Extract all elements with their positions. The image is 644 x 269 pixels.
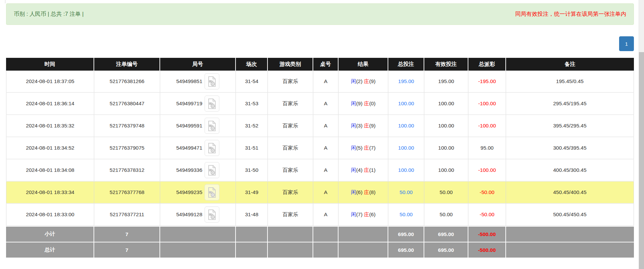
cell-payout: -100.00 <box>468 93 506 115</box>
cell-bet-id: 521776377768 <box>94 182 160 204</box>
result-banker-label: 庄 <box>364 167 369 173</box>
table-row: 2024-08-01 18:34:08 521776378312 5494993… <box>6 159 634 182</box>
result-player-label: 闲 <box>351 189 356 195</box>
cell-valid-bet: 195.00 <box>424 71 468 93</box>
round-number: 549499471 <box>176 145 203 151</box>
round-number: 549499851 <box>176 78 203 84</box>
video-file-icon <box>207 187 217 198</box>
header-round-id: 局号 <box>160 58 236 71</box>
cell-game-type: 百家乐 <box>268 137 313 159</box>
cell-time: 2024-08-01 18:37:05 <box>6 71 94 93</box>
cell-table-code: A <box>313 204 338 226</box>
cell-total-bet: 195.00 <box>388 71 424 93</box>
cell-total-bet: 50.00 <box>388 182 424 204</box>
currency-summary-text: 币别 : 人民币 | 总共 :7 注单 | <box>14 10 84 18</box>
subtotal-valid-bet: 695.00 <box>424 226 468 242</box>
cell-round-id: 549499471 <box>160 137 236 159</box>
result-banker-label: 庄 <box>364 189 369 195</box>
result-player-label: 闲 <box>351 123 356 128</box>
cell-session: 31-53 <box>236 93 268 115</box>
result-banker-label: 庄 <box>364 78 369 84</box>
video-replay-button[interactable] <box>205 95 219 112</box>
cell-round-id: 549499128 <box>160 204 236 226</box>
grand-total-total-bet: 695.00 <box>388 242 424 258</box>
cell-round-id: 549499719 <box>160 93 236 115</box>
cell-time: 2024-08-01 18:34:52 <box>6 137 94 159</box>
vertical-scrollbar[interactable] <box>639 0 644 269</box>
table-row: 2024-08-01 18:33:34 521776377768 5494992… <box>6 182 634 204</box>
result-banker-score: (8) <box>369 189 375 195</box>
video-replay-button[interactable] <box>205 184 219 200</box>
cell-round-id: 549499591 <box>160 115 236 137</box>
cell-valid-bet: 50.00 <box>424 182 468 204</box>
video-file-icon <box>207 120 217 131</box>
cell-time: 2024-08-01 18:33:00 <box>6 204 94 226</box>
total-bet-link[interactable]: 100.00 <box>398 123 414 128</box>
result-banker-score: (6) <box>369 212 375 217</box>
video-replay-button[interactable] <box>205 140 219 156</box>
header-total-bet: 总投注 <box>388 58 424 71</box>
grand-total-label: 总计 <box>6 242 94 258</box>
video-replay-button[interactable] <box>205 118 219 134</box>
cell-remark: 395.45/295.45 <box>506 115 634 137</box>
cell-bet-id: 521776379748 <box>94 115 160 137</box>
subtotal-label: 小计 <box>6 226 94 242</box>
cell-payout: 95.00 <box>468 137 506 159</box>
table-row: 2024-08-01 18:34:52 521776379075 5494994… <box>6 137 634 159</box>
cell-remark: 500.45/450.45 <box>506 204 634 226</box>
result-banker-label: 庄 <box>364 212 369 217</box>
cell-remark: 400.45/300.45 <box>506 159 634 182</box>
cell-session: 31-49 <box>236 182 268 204</box>
total-bet-link[interactable]: 100.00 <box>398 145 414 151</box>
cell-table-code: A <box>313 137 338 159</box>
scrollbar-thumb[interactable] <box>639 52 644 269</box>
result-player-score: (3) <box>356 123 364 128</box>
video-replay-button[interactable] <box>205 162 219 178</box>
total-bet-link[interactable]: 50.00 <box>400 189 413 195</box>
cell-session: 31-54 <box>236 71 268 93</box>
cell-payout: -100.00 <box>468 115 506 137</box>
cell-bet-id: 521776379075 <box>94 137 160 159</box>
video-replay-button[interactable] <box>205 73 219 89</box>
total-bet-link[interactable]: 100.00 <box>398 101 414 106</box>
cell-table-code: A <box>313 71 338 93</box>
video-file-icon <box>207 143 217 154</box>
grand-total-payout: -500.00 <box>468 242 506 258</box>
cell-total-bet: 100.00 <box>388 159 424 182</box>
cell-bet-id: 521776381266 <box>94 71 160 93</box>
subtotal-total-bet: 695.00 <box>388 226 424 242</box>
pagination: 1 <box>6 36 634 51</box>
table-row: 2024-08-01 18:36:14 521776380447 5494997… <box>6 93 634 115</box>
result-banker-score: (1) <box>369 167 375 173</box>
header-time: 时间 <box>6 58 94 71</box>
table-row: 2024-08-01 18:37:05 521776381266 5494998… <box>6 71 634 93</box>
cell-time: 2024-08-01 18:34:08 <box>6 159 94 182</box>
cell-remark: 300.45/395.45 <box>506 137 634 159</box>
header-game-type: 游戏类别 <box>268 58 313 71</box>
cell-game-type: 百家乐 <box>268 182 313 204</box>
grand-total-valid-bet: 695.00 <box>424 242 468 258</box>
cell-game-type: 百家乐 <box>268 159 313 182</box>
bet-records-table: 时间 注单编号 局号 场次 游戏类别 桌号 结果 总投注 有效投注 总派彩 备注… <box>6 58 634 258</box>
page-1-button[interactable]: 1 <box>619 36 634 51</box>
result-player-score: (6) <box>356 189 364 195</box>
result-player-score: (7) <box>356 212 364 217</box>
cell-payout: -100.00 <box>468 159 506 182</box>
table-row: 2024-08-01 18:35:32 521776379748 5494995… <box>6 115 634 137</box>
cell-bet-id: 521776378312 <box>94 159 160 182</box>
table-row: 2024-08-01 18:33:00 521776377211 5494991… <box>6 204 634 226</box>
video-replay-button[interactable] <box>205 206 219 223</box>
video-file-icon <box>207 165 217 176</box>
total-bet-link[interactable]: 195.00 <box>398 78 414 84</box>
total-bet-link[interactable]: 100.00 <box>398 167 414 173</box>
cell-table-code: A <box>313 159 338 182</box>
cell-valid-bet: 50.00 <box>424 204 468 226</box>
total-bet-link[interactable]: 50.00 <box>400 212 413 217</box>
cell-round-id: 549499235 <box>160 182 236 204</box>
cell-remark: 195.45/0.45 <box>506 71 634 93</box>
cell-total-bet: 100.00 <box>388 115 424 137</box>
table-header: 时间 注单编号 局号 场次 游戏类别 桌号 结果 总投注 有效投注 总派彩 备注 <box>6 58 634 71</box>
subtotal-row: 小计 7 695.00 695.00 -500.00 <box>6 226 634 242</box>
result-banker-score: (9) <box>369 123 375 128</box>
round-number: 549499719 <box>176 101 203 107</box>
